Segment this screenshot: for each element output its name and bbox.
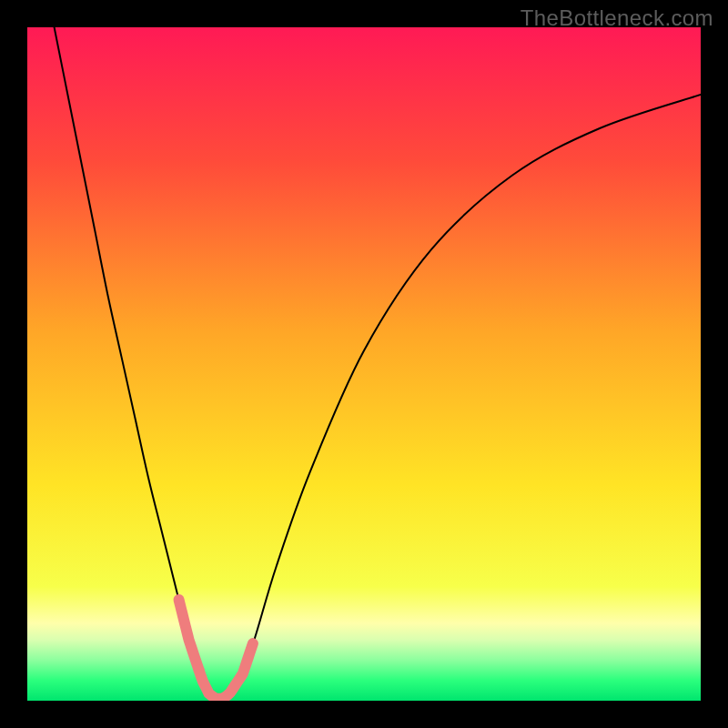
chart-frame: TheBottleneck.com — [0, 0, 728, 728]
watermark-text: TheBottleneck.com — [521, 5, 713, 31]
plot-area — [27, 27, 701, 701]
chart-svg — [27, 27, 701, 701]
